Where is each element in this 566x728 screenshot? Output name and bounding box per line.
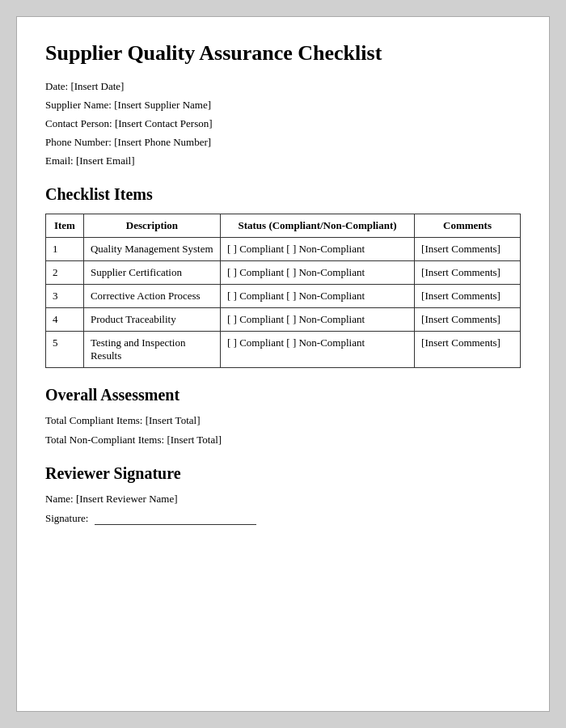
reviewer-signature-heading: Reviewer Signature [45, 464, 521, 483]
cell-comments-4[interactable]: [Insert Comments] [415, 308, 521, 332]
date-label: Date: [45, 80, 68, 92]
cell-status-5[interactable]: [ ] Compliant [ ] Non-Compliant [221, 332, 415, 368]
date-value[interactable]: [Insert Date] [70, 80, 124, 92]
contact-person-label: Contact Person: [45, 117, 112, 129]
checklist-table: Item Description Status (Compliant/Non-C… [45, 214, 521, 368]
supplier-name-field: Supplier Name: [Insert Supplier Name] [45, 99, 521, 112]
reviewer-name-label: Name: [45, 493, 74, 505]
table-row: 4Product Traceability[ ] Compliant [ ] N… [46, 308, 521, 332]
signature-line[interactable] [95, 511, 256, 525]
email-label: Email: [45, 154, 74, 167]
total-non-compliant-field: Total Non-Compliant Items: [Insert Total… [45, 434, 521, 447]
contact-person-value[interactable]: [Insert Contact Person] [115, 117, 213, 129]
email-value[interactable]: [Insert Email] [76, 154, 135, 167]
cell-item-3: 3 [46, 285, 84, 308]
cell-item-4: 4 [46, 308, 84, 332]
signature-label: Signature: [45, 512, 88, 524]
cell-item-1: 1 [46, 238, 84, 261]
total-non-compliant-label: Total Non-Compliant Items: [45, 434, 164, 446]
email-field: Email: [Insert Email] [45, 154, 521, 167]
cell-description-3: Corrective Action Process [83, 285, 220, 308]
cell-status-3[interactable]: [ ] Compliant [ ] Non-Compliant [221, 285, 415, 308]
cell-description-5: Testing and Inspection Results [83, 332, 220, 368]
supplier-name-label: Supplier Name: [45, 99, 112, 111]
phone-value[interactable]: [Insert Phone Number] [114, 136, 211, 148]
cell-comments-1[interactable]: [Insert Comments] [415, 238, 521, 261]
contact-person-field: Contact Person: [Insert Contact Person] [45, 117, 521, 130]
cell-status-1[interactable]: [ ] Compliant [ ] Non-Compliant [221, 238, 415, 261]
document-container: Supplier Quality Assurance Checklist Dat… [16, 16, 550, 712]
total-compliant-field: Total Compliant Items: [Insert Total] [45, 414, 521, 427]
total-compliant-label: Total Compliant Items: [45, 414, 142, 426]
table-row: 2Supplier Certification[ ] Compliant [ ]… [46, 261, 521, 285]
table-header-row: Item Description Status (Compliant/Non-C… [46, 214, 521, 238]
col-item-header: Item [46, 214, 84, 238]
total-compliant-value[interactable]: [Insert Total] [146, 414, 201, 426]
cell-item-2: 2 [46, 261, 84, 285]
supplier-name-value[interactable]: [Insert Supplier Name] [114, 99, 211, 111]
phone-label: Phone Number: [45, 136, 112, 148]
cell-description-4: Product Traceability [83, 308, 220, 332]
reviewer-name-field: Name: [Insert Reviewer Name] [45, 493, 521, 506]
page-title: Supplier Quality Assurance Checklist [45, 41, 521, 66]
cell-status-2[interactable]: [ ] Compliant [ ] Non-Compliant [221, 261, 415, 285]
table-row: 1Quality Management System[ ] Compliant … [46, 238, 521, 261]
cell-status-4[interactable]: [ ] Compliant [ ] Non-Compliant [221, 308, 415, 332]
cell-comments-2[interactable]: [Insert Comments] [415, 261, 521, 285]
col-comments-header: Comments [415, 214, 521, 238]
cell-comments-3[interactable]: [Insert Comments] [415, 285, 521, 308]
table-row: 5Testing and Inspection Results[ ] Compl… [46, 332, 521, 368]
overall-assessment-heading: Overall Assessment [45, 386, 521, 404]
cell-description-1: Quality Management System [83, 238, 220, 261]
cell-description-2: Supplier Certification [83, 261, 220, 285]
cell-item-5: 5 [46, 332, 84, 368]
checklist-heading: Checklist Items [45, 185, 521, 204]
col-status-header: Status (Compliant/Non-Compliant) [221, 214, 415, 238]
signature-field: Signature: [45, 511, 521, 525]
date-field: Date: [Insert Date] [45, 80, 521, 93]
col-description-header: Description [83, 214, 220, 238]
cell-comments-5[interactable]: [Insert Comments] [415, 332, 521, 368]
total-non-compliant-value[interactable]: [Insert Total] [167, 434, 222, 446]
phone-field: Phone Number: [Insert Phone Number] [45, 136, 521, 149]
reviewer-name-value[interactable]: [Insert Reviewer Name] [76, 493, 178, 505]
table-row: 3Corrective Action Process[ ] Compliant … [46, 285, 521, 308]
